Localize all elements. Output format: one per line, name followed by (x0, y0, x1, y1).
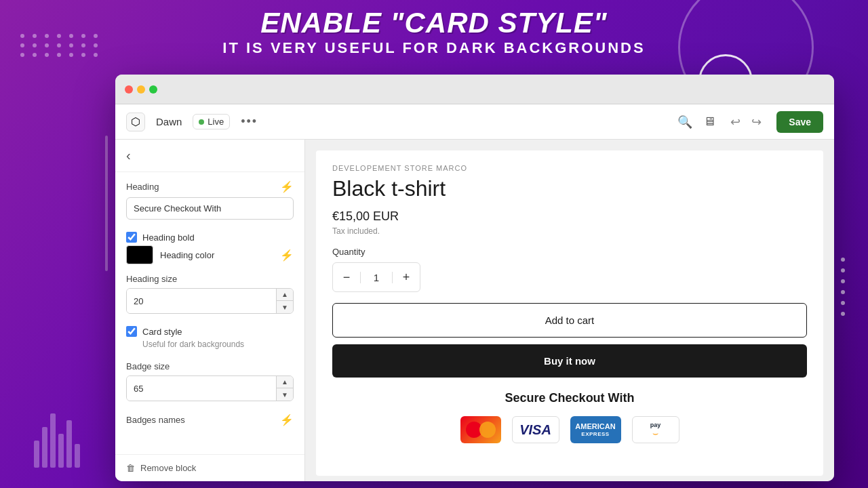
sidebar-back-button[interactable]: ‹ (115, 140, 304, 172)
card-style-checkbox[interactable] (126, 326, 137, 337)
browser-window: ⬡ Dawn Live ••• 🔍 🖥 ↩ ↪ Save ‹ H (115, 75, 834, 481)
heading-bold-checkbox[interactable] (126, 232, 137, 243)
toolbar-icons: 🔍 🖥 (677, 115, 715, 129)
heading-color-label: Heading color (160, 250, 214, 260)
browser-dot-minimize[interactable] (137, 85, 145, 94)
top-banner: Enable "Card style" It is very useful fo… (0, 0, 868, 62)
badge-size-input-wrap: ▲ ▼ (126, 375, 294, 401)
badge-size-spinners: ▲ ▼ (276, 376, 293, 401)
more-options-button[interactable]: ••• (241, 115, 258, 129)
product-price: €15,00 EUR (332, 209, 807, 224)
browser-dot-close[interactable] (125, 85, 133, 94)
toolbar: ⬡ Dawn Live ••• 🔍 🖥 ↩ ↪ Save (115, 104, 834, 140)
heading-color-swatch[interactable] (126, 245, 153, 264)
preview-area: DEVELOPEMENT STORE MARCO Black t-shirt €… (305, 140, 834, 481)
browser-dots (125, 85, 157, 94)
heading-color-stack-icon: ⚡ (280, 249, 294, 262)
product-title: Black t-shirt (332, 176, 807, 201)
badges-names-label: Badges names ⚡ (126, 413, 294, 426)
heading-size-input-wrap: ▲ ▼ (126, 288, 294, 314)
quantity-label: Quantity (332, 247, 807, 257)
amex-text2: EXPRESS (581, 431, 609, 438)
undo-button[interactable]: ↩ (726, 112, 745, 132)
payment-badges: VISA AMERICAN EXPRESS pay ⌣ (332, 416, 807, 443)
amex-text: AMERICAN (575, 422, 615, 431)
amazon-pay-badge: pay ⌣ (632, 416, 679, 443)
badges-names-section: Badges names ⚡ (126, 413, 294, 426)
badge-size-label: Badge size (126, 361, 294, 371)
quantity-value: 1 (360, 272, 393, 283)
back-icon: ⬡ (131, 115, 140, 128)
heading-size-section: Heading size ▲ ▼ (126, 274, 294, 314)
heading-bold-label: Heading bold (142, 232, 195, 243)
search-icon[interactable]: 🔍 (677, 115, 692, 129)
bg-bars (34, 413, 80, 468)
heading-size-input[interactable] (127, 289, 276, 313)
heading-stack-icon: ⚡ (280, 180, 294, 193)
amex-badge: AMERICAN EXPRESS (570, 416, 621, 443)
heading-size-down[interactable]: ▼ (277, 301, 293, 313)
store-name-label: Dawn (156, 116, 182, 127)
browser-dot-fullscreen[interactable] (149, 85, 157, 94)
desktop-icon[interactable]: 🖥 (703, 115, 715, 129)
badge-size-input[interactable] (127, 376, 276, 401)
visa-badge: VISA (512, 416, 559, 443)
badge-size-section: Badge size ▲ ▼ (126, 361, 294, 401)
heading-input[interactable] (126, 197, 294, 220)
card-style-row: Card style (126, 326, 294, 337)
heading-size-spinners: ▲ ▼ (276, 289, 293, 313)
remove-block-button[interactable]: 🗑 Remove block (115, 454, 304, 481)
badge-size-up[interactable]: ▲ (277, 376, 293, 388)
mastercard-badge (460, 416, 501, 443)
toolbar-back-button[interactable]: ⬡ (126, 113, 145, 131)
toolbar-nav-buttons: ↩ ↪ (726, 112, 766, 132)
heading-size-up[interactable]: ▲ (277, 289, 293, 301)
remove-block-label: Remove block (140, 463, 196, 473)
sidebar-scroll: Heading ⚡ Heading bold Heading color ⚡ (115, 172, 304, 454)
card-style-label: Card style (142, 327, 182, 337)
amazon-arrow: ⌣ (652, 428, 658, 438)
sidebar: ‹ Heading ⚡ Heading bold (115, 140, 305, 481)
price-note: Tax included. (332, 226, 807, 236)
bg-left-line (105, 136, 108, 271)
card-style-subtitle: Useful for dark backgrounds (142, 340, 294, 349)
store-name: DEVELOPEMENT STORE MARCO (332, 164, 807, 172)
product-card: DEVELOPEMENT STORE MARCO Black t-shirt €… (316, 150, 823, 476)
add-to-cart-button[interactable]: Add to cart (332, 303, 807, 338)
badges-stack-icon: ⚡ (280, 413, 294, 426)
buy-now-button[interactable]: Buy it now (332, 344, 807, 378)
quantity-increase-button[interactable]: + (393, 263, 420, 291)
browser-chrome (115, 75, 834, 104)
badge-size-down[interactable]: ▼ (277, 388, 293, 401)
banner-title-line1: Enable "Card style" (0, 7, 868, 39)
redo-button[interactable]: ↪ (747, 112, 766, 132)
quantity-control: − 1 + (332, 262, 420, 292)
live-badge[interactable]: Live (193, 114, 230, 129)
secure-checkout-title: Secure Checkout With (332, 391, 807, 405)
heading-label: Heading ⚡ (126, 180, 294, 193)
quantity-decrease-button[interactable]: − (333, 263, 360, 291)
save-button[interactable]: Save (776, 111, 823, 133)
trash-icon: 🗑 (126, 463, 135, 473)
heading-color-row: Heading color ⚡ (126, 245, 294, 264)
live-dot (199, 119, 204, 125)
card-style-section: Card style Useful for dark backgrounds (126, 326, 294, 349)
heading-bold-row: Heading bold (126, 232, 294, 243)
banner-title-line2: It is very useful for dark backgrounds (0, 39, 868, 57)
heading-section: Heading ⚡ (126, 180, 294, 220)
live-label: Live (208, 117, 224, 127)
main-area: ‹ Heading ⚡ Heading bold (115, 140, 834, 481)
mc-circle-right (479, 422, 496, 438)
heading-size-label: Heading size (126, 274, 294, 284)
